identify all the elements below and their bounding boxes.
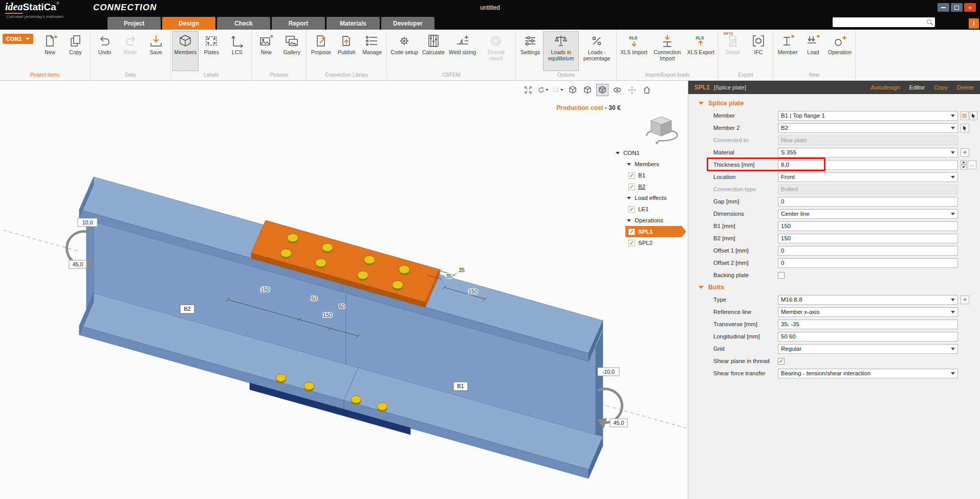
- connection-import-button[interactable]: Connection Import: [649, 31, 685, 71]
- tree-item-members[interactable]: Members: [612, 158, 688, 170]
- navigation-cube[interactable]: [640, 109, 683, 152]
- new-load-button[interactable]: Load: [800, 31, 826, 71]
- save-button[interactable]: Save: [143, 31, 169, 71]
- bolt-type-select[interactable]: M16 8.8: [778, 295, 958, 305]
- pan-button[interactable]: [626, 84, 638, 96]
- detail-export-button[interactable]: BETA Detail: [720, 31, 746, 71]
- le1-checkbox[interactable]: ✓: [628, 206, 635, 213]
- solid-view-button[interactable]: [596, 84, 608, 96]
- settings-button[interactable]: Settings: [517, 31, 543, 71]
- thickness-input[interactable]: 8,0: [778, 160, 958, 170]
- member-select[interactable]: B1 | Top flange 1: [778, 111, 958, 121]
- ifc-export-button[interactable]: IFC: [746, 31, 771, 71]
- b2-input[interactable]: 150: [778, 234, 958, 243]
- b1-checkbox[interactable]: ✓: [628, 172, 635, 179]
- add-material-button[interactable]: +: [961, 148, 969, 157]
- tab-developer[interactable]: Developer: [381, 17, 434, 30]
- copy-project-item-button[interactable]: Copy: [63, 31, 89, 71]
- code-setup-button[interactable]: Code setup: [388, 31, 420, 71]
- publish-button[interactable]: Publish: [334, 31, 359, 71]
- tree-item-le1[interactable]: ✓ LE1: [612, 203, 688, 215]
- minimize-button[interactable]: [938, 3, 949, 12]
- tree-item-load-effects[interactable]: Load effects: [612, 192, 688, 203]
- dimensions-select[interactable]: Center line: [778, 209, 958, 219]
- b1-input[interactable]: 150: [778, 221, 958, 231]
- offset1-input[interactable]: 0: [778, 246, 958, 256]
- tree-item-b2[interactable]: ✓ B2: [612, 181, 688, 192]
- weld-sizing-button[interactable]: Weld sizing: [447, 31, 478, 71]
- section-splice-plate[interactable]: Splice plate: [688, 97, 980, 109]
- transverse-input[interactable]: 35; -35: [778, 320, 958, 329]
- expander-icon[interactable]: [616, 152, 620, 154]
- tree-item-spl2[interactable]: ✓ SPL2: [612, 237, 688, 248]
- redo-button[interactable]: Redo: [118, 31, 143, 71]
- maximize-button[interactable]: [951, 3, 963, 12]
- plates-labels-button[interactable]: Plates: [199, 31, 224, 71]
- close-button[interactable]: ×: [964, 3, 976, 12]
- calculate-button[interactable]: Calculate: [420, 31, 447, 71]
- member2-select[interactable]: B2: [778, 123, 958, 133]
- thickness-spinner[interactable]: [961, 160, 967, 170]
- longitudinal-input[interactable]: 50 60: [778, 332, 958, 342]
- tree-item-spl1[interactable]: ✓ SPL1: [612, 226, 688, 237]
- manage-button[interactable]: Manage: [359, 31, 385, 71]
- section-bolts[interactable]: Bolts: [688, 281, 980, 293]
- steel-beam[interactable]: [79, 177, 603, 479]
- tree-item-operations[interactable]: Operations: [612, 215, 688, 226]
- search-input[interactable]: [835, 19, 926, 26]
- loads-percentage-button[interactable]: Loads - percentage: [579, 31, 615, 71]
- gap-input[interactable]: 0: [778, 197, 958, 207]
- gallery-button[interactable]: Gallery: [279, 31, 304, 71]
- expander-icon[interactable]: [627, 219, 631, 222]
- search-icon[interactable]: [926, 19, 933, 26]
- expander-icon[interactable]: [627, 163, 631, 166]
- tab-report[interactable]: Report: [272, 17, 325, 30]
- tab-check[interactable]: Check: [217, 17, 270, 30]
- tab-materials[interactable]: Materials: [326, 17, 380, 30]
- pick-member2-button[interactable]: [961, 124, 969, 132]
- new-picture-button[interactable]: New: [253, 31, 279, 71]
- material-select[interactable]: S 355: [778, 148, 958, 157]
- rotate-view-button[interactable]: [537, 84, 549, 96]
- backing-plate-checkbox[interactable]: [778, 272, 785, 279]
- loads-in-equilibrium-button[interactable]: Loads in equilibrium: [543, 31, 579, 71]
- xls-export-button[interactable]: XLS XLS Export: [685, 31, 716, 71]
- new-operation-button[interactable]: Operation: [826, 31, 854, 71]
- tab-design[interactable]: Design: [162, 17, 215, 30]
- autodesign-button[interactable]: Autodesign: [870, 84, 900, 90]
- xls-import-button[interactable]: XLS XLS Import: [618, 31, 649, 71]
- expander-icon[interactable]: [627, 197, 631, 199]
- members-labels-button[interactable]: Members: [172, 31, 199, 71]
- connection-selector[interactable]: CON1: [3, 34, 33, 44]
- overall-check-button[interactable]: Overall check: [478, 31, 514, 71]
- location-select[interactable]: Front: [778, 172, 958, 182]
- copy-operation-button[interactable]: Copy: [934, 84, 948, 90]
- tree-item-b1[interactable]: ✓ B1: [612, 170, 688, 181]
- shear-plane-checkbox[interactable]: ✓: [778, 358, 785, 365]
- new-member-button[interactable]: Member: [775, 31, 800, 71]
- 3d-scene[interactable]: 150 50 60 150 35 35 150 B2 B1 10,0: [0, 81, 688, 499]
- info-button[interactable]: i: [969, 18, 979, 29]
- 3d-viewport[interactable]: 150 50 60 150 35 35 150 B2 B1 10,0: [0, 81, 688, 499]
- propose-button[interactable]: Propose: [308, 31, 334, 71]
- offset2-input[interactable]: 0: [778, 258, 958, 268]
- editor-button[interactable]: Editor: [909, 84, 925, 90]
- wireframe-view-button[interactable]: [567, 84, 579, 96]
- delete-operation-button[interactable]: Delete: [957, 84, 974, 90]
- transparent-view-button[interactable]: [581, 84, 594, 96]
- grid-select[interactable]: Regular: [778, 344, 958, 354]
- shear-force-select[interactable]: Bearing - tension/shear interaction: [778, 369, 958, 378]
- plate-editor-button[interactable]: [961, 111, 969, 120]
- b2-checkbox[interactable]: ✓: [628, 184, 635, 190]
- fit-view-button[interactable]: [522, 84, 534, 96]
- select-tool-button[interactable]: [552, 84, 564, 96]
- spin-down-icon[interactable]: [962, 166, 965, 168]
- reference-line-select[interactable]: Member x-axis: [778, 307, 958, 317]
- spl1-checkbox[interactable]: ✓: [628, 229, 635, 235]
- lcs-labels-button[interactable]: LCS: [224, 31, 250, 71]
- tree-item-con1[interactable]: CON1: [612, 147, 688, 158]
- pick-member-button[interactable]: [970, 111, 978, 120]
- thickness-more-button[interactable]: ...: [968, 161, 976, 169]
- new-project-item-button[interactable]: New: [37, 31, 63, 71]
- undo-button[interactable]: Undo: [92, 31, 118, 71]
